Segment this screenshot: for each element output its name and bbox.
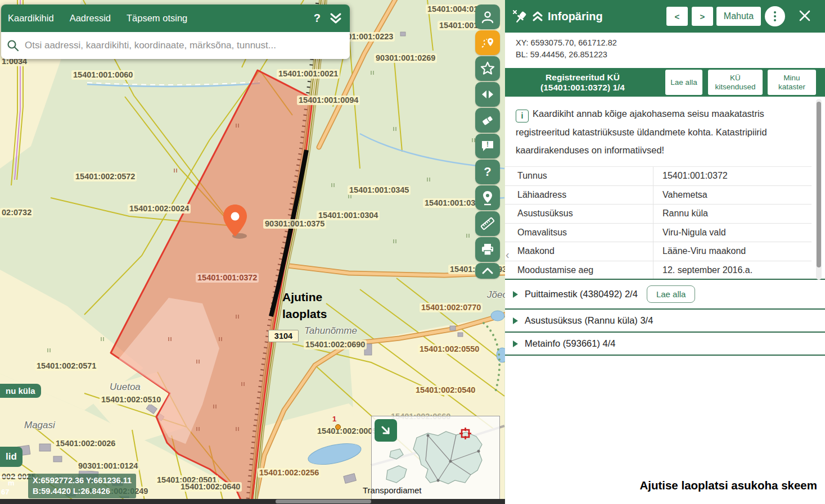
menu-tapsem-otsing[interactable]: Täpsem otsing bbox=[127, 13, 187, 24]
chevron-double-down-icon[interactable] bbox=[328, 12, 343, 25]
map-label: 15401:002:0550 bbox=[418, 344, 481, 354]
coords-xy: X:6592772.36 Y:661236.11 bbox=[33, 475, 132, 486]
accordion-row[interactable]: Puittaimestik (4380492) 2/4Lae alla bbox=[505, 280, 825, 310]
panel-title: Infopäring bbox=[548, 10, 603, 23]
map-label: 15401:001:0094 bbox=[297, 96, 360, 105]
edge-badge-layer[interactable]: lid bbox=[0, 447, 22, 467]
search-menubar: Kaardikihid Aadressid Täpsem otsing ? bbox=[1, 4, 350, 32]
attribute-table: Tunnus15401:001:0372LähiaadressVahemetsa… bbox=[505, 166, 812, 279]
measure-button[interactable] bbox=[475, 211, 500, 236]
map-attribution: Transpordiamet bbox=[363, 485, 422, 495]
fit-button[interactable]: Mahuta bbox=[716, 7, 761, 26]
scheme-caption: Ajutise laoplatsi asukoha skeem bbox=[639, 479, 817, 492]
map-label: Uuetoa bbox=[108, 382, 142, 392]
attribute-label: Maakond bbox=[505, 246, 653, 256]
pushpin-icon[interactable] bbox=[512, 8, 529, 25]
horizontal-scrollbar[interactable] bbox=[0, 499, 505, 504]
download-button[interactable]: Lae alla bbox=[665, 70, 702, 95]
map-label: 15401:002:0770 bbox=[420, 303, 483, 312]
route-info-button[interactable] bbox=[475, 30, 500, 55]
result-accordions: Puittaimestik (4380492) 2/4Lae allaAsust… bbox=[505, 280, 825, 356]
swipe-compare-button[interactable] bbox=[475, 82, 500, 107]
user-button[interactable] bbox=[475, 4, 500, 29]
favorites-star-button[interactable] bbox=[475, 56, 500, 81]
horizontal-scrollbar-thumb[interactable] bbox=[276, 500, 371, 503]
road-number-badge: 3104 bbox=[268, 330, 299, 342]
map-label: 15401:002:0572 bbox=[74, 172, 137, 181]
layer-notice: iKaardikiht annab kõige ajakohasema seis… bbox=[516, 105, 813, 160]
info-icon: i bbox=[516, 110, 529, 122]
attribute-label: Asustusüksus bbox=[505, 208, 653, 219]
map-label: 02:0732 bbox=[0, 208, 33, 217]
attribute-value: Vahemetsa bbox=[653, 190, 707, 200]
previous-result-button[interactable]: < bbox=[666, 7, 688, 26]
map-label: 15401:002:0510 bbox=[100, 395, 163, 405]
attribute-row: Tunnus15401:001:0372 bbox=[505, 167, 812, 186]
query-coords-xy: XY: 6593075.70, 661712.82 bbox=[516, 37, 617, 49]
poi-dot bbox=[335, 424, 341, 430]
edge-badge-village[interactable]: nu küla bbox=[0, 384, 41, 398]
vertical-scrollbar-thumb[interactable] bbox=[817, 102, 821, 267]
map-label: 15401:001:0345 bbox=[348, 185, 411, 195]
attribute-value: 15401:001:0372 bbox=[653, 171, 728, 181]
cursor-coordinates: X:6592772.36 Y:661236.11 B:59.4420 L:26.… bbox=[28, 474, 136, 498]
help-icon[interactable]: ? bbox=[314, 12, 321, 25]
map-label: 90301:001:0269 bbox=[374, 53, 437, 63]
map-label: 15401:001:0060 bbox=[71, 70, 134, 80]
feedback-button[interactable]: ! bbox=[475, 134, 500, 158]
inset-expand-button[interactable] bbox=[375, 419, 397, 442]
map-label: 15401: bbox=[448, 265, 477, 274]
map-label: 15401:002:0005 bbox=[315, 426, 378, 436]
attribute-row: LähiaadressVahemetsa bbox=[505, 186, 812, 205]
search-icon bbox=[7, 39, 19, 52]
accordion-download-button[interactable]: Lae alla bbox=[647, 285, 696, 303]
help-button[interactable]: ? bbox=[475, 160, 500, 184]
attribute-row: MaakondLääne-Viru maakond bbox=[505, 242, 812, 261]
map-label: 15401:002:0256 bbox=[258, 468, 321, 478]
info-panel: Infopäring < > Mahuta XY: 6593075.70, 66… bbox=[505, 0, 825, 504]
attribute-row: Moodustamise aeg12. september 2016.a. bbox=[505, 261, 812, 280]
attribute-row: AsustusüksusRannu küla bbox=[505, 205, 812, 224]
panel-collapse-handle[interactable]: ‹ bbox=[506, 248, 510, 261]
attribute-label: Moodustamise aeg bbox=[505, 265, 653, 275]
search-panel: Kaardikihid Aadressid Täpsem otsing ? bbox=[1, 4, 350, 59]
vertical-scrollbar[interactable] bbox=[816, 99, 822, 280]
attribute-label: Omavalitsus bbox=[505, 228, 653, 238]
map-label: 15401:002:0026 bbox=[54, 439, 117, 448]
print-button[interactable] bbox=[475, 237, 500, 262]
my-cadastre-button[interactable]: Minu kataster bbox=[768, 70, 816, 95]
next-result-button[interactable]: > bbox=[692, 7, 713, 26]
map-label: 15401:002:0024 bbox=[128, 204, 191, 214]
accordion-row[interactable]: Metainfo (593661) 4/4 bbox=[505, 333, 825, 356]
restrictions-button[interactable]: KÜ kitsendused bbox=[708, 70, 763, 95]
poi-number: 1 bbox=[332, 415, 336, 423]
more-options-button[interactable] bbox=[765, 6, 785, 26]
attribute-value: Viru-Nigula vald bbox=[653, 228, 726, 238]
search-input[interactable] bbox=[24, 39, 344, 52]
attribute-label: Lähiaadress bbox=[505, 190, 653, 200]
locate-button[interactable] bbox=[475, 185, 500, 210]
result-section-header: Registreeritud KÜ (15401:001:0372) 1/4 L… bbox=[505, 68, 825, 97]
close-panel-button[interactable] bbox=[794, 7, 812, 25]
map-label: 90301:001:0124 bbox=[76, 461, 139, 471]
map-label: 15401:002:0690 bbox=[304, 340, 367, 349]
chevron-double-up-icon[interactable] bbox=[532, 10, 543, 22]
accordion-label: Puittaimestik (4380492) 2/4 bbox=[525, 289, 638, 299]
help-glyph: ? bbox=[484, 165, 491, 179]
svg-text:!: ! bbox=[486, 140, 489, 148]
menu-aadressid[interactable]: Aadressid bbox=[70, 13, 111, 24]
map-label: 15401:001:0304 bbox=[317, 211, 380, 220]
accordion-label: Metainfo (593661) 4/4 bbox=[525, 338, 615, 349]
attribute-value: Rannu küla bbox=[653, 208, 708, 219]
menu-kaardikihid[interactable]: Kaardikihid bbox=[8, 13, 54, 24]
eraser-button[interactable] bbox=[475, 108, 500, 133]
result-section-title: Registreeritud KÜ (15401:001:0372) 1/4 bbox=[507, 72, 658, 93]
search-bar bbox=[1, 32, 350, 59]
collapse-toolbar-button[interactable] bbox=[475, 263, 500, 279]
map-label: Jõeoru bbox=[485, 290, 505, 299]
accordion-row[interactable]: Asustusüksus (Rannu küla) 3/4 bbox=[505, 310, 825, 333]
accordion-label: Asustusüksus (Rannu küla) 3/4 bbox=[525, 315, 653, 326]
scale-unit: m bbox=[8, 479, 15, 487]
map-label: 15401:002:0640 bbox=[179, 482, 242, 492]
map-canvas[interactable]: 1:003415401:001:006015401:001:002115401:… bbox=[0, 0, 505, 504]
